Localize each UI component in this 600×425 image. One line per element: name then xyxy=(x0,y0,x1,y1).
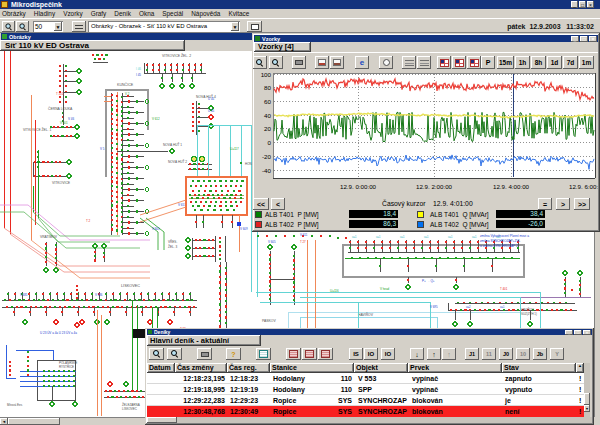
svg-text:60: 60 xyxy=(264,98,271,105)
svg-text:u=2: u=2 xyxy=(466,305,471,309)
svg-text:U=117: U=117 xyxy=(230,147,239,151)
svg-text:u=1: u=1 xyxy=(352,235,357,239)
svg-text:V 605: V 605 xyxy=(152,227,160,231)
svg-text:VÍTKOVICE: VÍTKOVICE xyxy=(52,181,71,185)
svg-text:12.9. 2:00:00: 12.9. 2:00:00 xyxy=(416,183,453,190)
svg-text:V 46: V 46 xyxy=(68,117,75,121)
svg-text:T 2: T 2 xyxy=(86,219,91,223)
svg-text:T 101: T 101 xyxy=(56,92,64,96)
svg-text:-20: -20 xyxy=(262,153,272,160)
svg-text:U 23 ÚV a 4a U 23 ÚV a 4a: U 23 ÚV a 4a U 23 ÚV a 4a xyxy=(40,330,77,335)
svg-text:NOVÁ HUŤ 2: NOVÁ HUŤ 2 xyxy=(168,159,187,164)
svg-text:u=1: u=1 xyxy=(448,235,453,239)
svg-text:V 5: V 5 xyxy=(100,147,105,151)
svg-text:RYSTŘICE: RYSTŘICE xyxy=(59,364,74,369)
svg-text:u=1: u=1 xyxy=(424,235,429,239)
svg-text:0: 0 xyxy=(268,139,272,146)
svg-text:V 685: V 685 xyxy=(20,293,28,297)
svg-text:I 46: I 46 xyxy=(136,67,141,71)
svg-text:ŽEL. 3: ŽEL. 3 xyxy=(168,244,177,249)
svg-text:U 45: U 45 xyxy=(208,97,214,101)
svg-text:T 27: T 27 xyxy=(300,240,306,244)
svg-text:12.9. 0:00:00: 12.9. 0:00:00 xyxy=(340,183,377,190)
svg-text:u=1: u=1 xyxy=(500,305,505,309)
svg-text:VRATIMOV: VRATIMOV xyxy=(40,235,58,239)
svg-text:LÍSKOVEC: LÍSKOVEC xyxy=(121,284,140,288)
svg-text:V head: V head xyxy=(380,287,390,291)
svg-text:změna Vyhodnocení Plzení mez: změna Vyhodnocení Plzení mezi a xyxy=(480,234,529,238)
svg-text:V 611: V 611 xyxy=(300,233,308,237)
svg-text:I 45: I 45 xyxy=(136,73,141,77)
svg-text:T 401: T 401 xyxy=(500,287,508,291)
svg-text:SUZ(ZVH 1): SUZ(ZVH 1) xyxy=(521,312,537,316)
svg-text:V 609: V 609 xyxy=(240,227,248,231)
svg-text:12.9. 4:00:00: 12.9. 4:00:00 xyxy=(493,183,530,190)
svg-text:VÍTKOVICE ŽEL. 2: VÍTKOVICE ŽEL. 2 xyxy=(162,53,191,58)
svg-text:HAVÍŘOV: HAVÍŘOV xyxy=(358,312,374,317)
svg-text:-40: -40 xyxy=(262,167,272,174)
svg-text:změna SYNCHROZAP+ZVL: změna SYNCHROZAP+ZVL xyxy=(480,239,521,243)
svg-text:LÍSKOVEC: LÍSKOVEC xyxy=(122,407,138,411)
svg-text:VŘES.: VŘES. xyxy=(168,239,177,244)
svg-text:u=1: u=1 xyxy=(472,235,477,239)
svg-text:KUNČICE: KUNČICE xyxy=(117,82,134,87)
svg-text:HON: HON xyxy=(245,162,252,166)
svg-text:V 2: V 2 xyxy=(125,92,130,96)
svg-text:u=1: u=1 xyxy=(376,235,381,239)
svg-text:V 601: V 601 xyxy=(60,121,68,125)
svg-text:NOVÁ HUŤ 1: NOVÁ HUŤ 1 xyxy=(163,142,182,147)
svg-text:ČERNÁ LOUKA: ČERNÁ LOUKA xyxy=(48,106,73,111)
svg-text:12.9. 6:00:00: 12.9. 6:00:00 xyxy=(569,183,598,190)
svg-text:20: 20 xyxy=(264,125,271,132)
svg-text:VÍTKOVICE ŽEL. 1: VÍTKOVICE ŽEL. 1 xyxy=(23,127,51,132)
svg-text:V 605: V 605 xyxy=(268,240,276,244)
svg-text:u=1: u=1 xyxy=(400,235,405,239)
svg-text:V 686: V 686 xyxy=(95,293,103,297)
svg-text:V 695: V 695 xyxy=(430,305,438,309)
svg-text:PASKOV: PASKOV xyxy=(262,319,276,323)
svg-text:U 45: U 45 xyxy=(208,109,214,113)
svg-text:P+ → Q+: P+ → Q+ xyxy=(422,279,435,283)
svg-text:100: 100 xyxy=(261,71,272,78)
svg-text:V 612: V 612 xyxy=(152,117,160,121)
svg-text:40: 40 xyxy=(264,112,271,119)
svg-text:80: 80 xyxy=(264,84,271,91)
svg-text:a změna SYNCHROZAP 2: a změna SYNCHROZAP 2 xyxy=(480,244,518,248)
svg-text:V 651: V 651 xyxy=(178,203,186,207)
svg-text:Mírová Ees: Mírová Ees xyxy=(7,403,23,407)
